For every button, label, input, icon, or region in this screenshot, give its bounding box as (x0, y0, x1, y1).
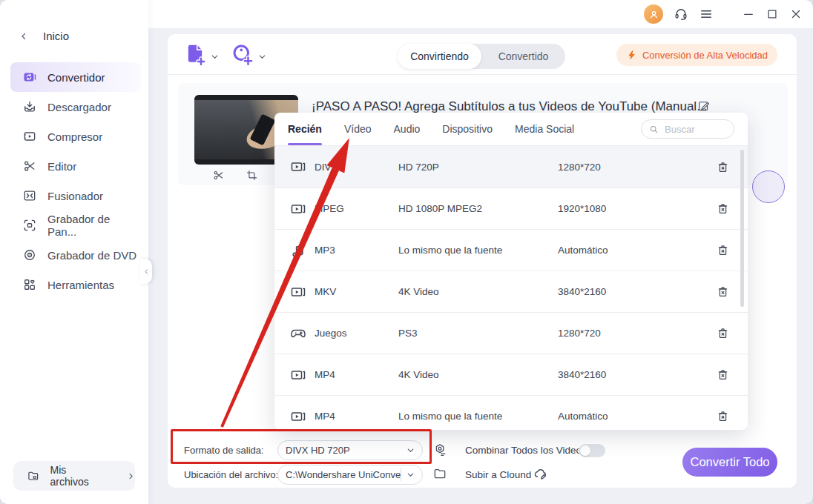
menu-icon[interactable] (699, 7, 714, 21)
sidebar-item[interactable]: Grabador de Pan... (10, 210, 141, 240)
merge-videos-label: Combinar Todos los Videos (465, 445, 587, 456)
minimize-button[interactable] (742, 7, 755, 21)
sidebar-item-icon (22, 277, 37, 292)
format-resolution: 1280*720 (558, 162, 716, 173)
support-headset-icon[interactable] (674, 7, 688, 21)
format-row[interactable]: MPEG HD 1080P MPEG2 1920*1080 (274, 188, 748, 229)
format-type-icon (289, 325, 307, 342)
sidebar-item-icon (22, 218, 37, 233)
sidebar: Inicio Convertidor Descargador Compresor… (0, 0, 148, 504)
format-popup-tab[interactable]: Media Social (515, 113, 574, 145)
popup-scrollbar[interactable] (740, 150, 744, 307)
delete-format-icon[interactable] (716, 326, 730, 340)
sidebar-item[interactable]: Editor (10, 151, 141, 181)
sidebar-nav: Convertidor Descargador Compresor Editor… (0, 62, 148, 299)
format-search-box[interactable] (641, 119, 734, 139)
sidebar-item[interactable]: Grabador de DVD (10, 240, 141, 270)
format-row[interactable]: DIVX HD 720P 1280*720 (274, 146, 748, 188)
sidebar-item[interactable]: Descargador (10, 92, 141, 122)
sidebar-collapse-handle[interactable] (140, 259, 152, 284)
format-resolution: 1920*1080 (558, 203, 716, 214)
app-window: Inicio Convertidor Descargador Compresor… (0, 0, 813, 504)
maximize-button[interactable] (766, 7, 779, 21)
high-speed-label: Conversión de Alta Velocidad (642, 50, 768, 61)
sidebar-item-label: Compresor (47, 130, 102, 143)
convert-file-button[interactable] (752, 170, 785, 203)
format-popup: Recién Vídeo Audio Dispositivo Media Soc… (274, 113, 748, 430)
format-popup-tab[interactable]: Dispositivo (442, 113, 493, 145)
edit-title-icon[interactable] (697, 99, 711, 113)
sidebar-item[interactable]: Fusionador (10, 181, 141, 210)
format-quality: Lo mismo que la fuente (398, 245, 558, 256)
format-name: Juegos (315, 328, 398, 339)
format-name: MKV (315, 286, 398, 297)
my-files-button[interactable]: Mis archivos (13, 461, 135, 491)
high-speed-badge[interactable]: Conversión de Alta Velocidad (616, 44, 777, 66)
sidebar-item[interactable]: Herramientas (10, 270, 141, 299)
file-location-dropdown[interactable]: C:\Wondershare UniConverter (277, 465, 423, 485)
video-title: ¡PASO A PASO! Agrega Subtítulos a tus Vi… (312, 99, 712, 114)
merge-settings-gear-icon[interactable] (432, 442, 447, 457)
sidebar-item-label: Grabador de Pan... (47, 213, 141, 238)
trim-scissors-icon[interactable] (212, 169, 225, 182)
delete-format-icon[interactable] (716, 368, 730, 382)
format-row[interactable]: Juegos PS3 1280*720 (274, 312, 748, 354)
format-quality: 4K Video (398, 286, 558, 297)
sidebar-item-label: Herramientas (47, 279, 114, 291)
format-quality: HD 1080P MPEG2 (398, 203, 558, 214)
home-label: Inicio (43, 30, 69, 42)
format-resolution: Automático (558, 411, 716, 422)
crop-icon[interactable] (246, 169, 258, 182)
person-icon (648, 9, 659, 20)
sidebar-item[interactable]: Convertidor (10, 62, 141, 92)
convert-status-tabs: Convirtiendo Convertido (398, 44, 565, 69)
format-search-input[interactable] (663, 123, 724, 136)
format-popup-tab[interactable]: Vídeo (344, 113, 372, 145)
delete-format-icon[interactable] (716, 285, 730, 299)
format-resolution: 3840*2160 (558, 286, 716, 297)
close-button[interactable] (789, 7, 803, 21)
format-name: MP4 (315, 369, 398, 380)
convert-all-button[interactable]: Convertir Todo (682, 448, 777, 477)
format-row[interactable]: MP4 4K Video 3840*2160 (274, 354, 748, 395)
delete-format-icon[interactable] (716, 243, 730, 257)
format-popup-tab[interactable]: Recién (288, 113, 322, 145)
format-row[interactable]: MKV 4K Video 3840*2160 (274, 271, 748, 312)
annotation-highlight-rect (171, 429, 432, 464)
toolbar-divider (168, 74, 797, 75)
add-record-caret-icon[interactable] (258, 53, 266, 61)
delete-format-icon[interactable] (716, 202, 730, 216)
convert-status-tab[interactable]: Convertido (481, 44, 565, 69)
format-popup-tab[interactable]: Audio (394, 113, 421, 145)
add-record-icon[interactable] (231, 43, 254, 65)
convert-status-tab[interactable]: Convirtiendo (398, 44, 481, 69)
sidebar-item-icon (22, 70, 37, 84)
format-row[interactable]: MP3 Lo mismo que la fuente Automático (274, 229, 748, 271)
open-folder-icon[interactable] (432, 466, 447, 481)
format-type-icon (289, 200, 307, 218)
format-type-icon (289, 408, 307, 425)
format-row[interactable]: MP4 Lo mismo que la fuente Automático (274, 395, 748, 430)
user-avatar[interactable] (644, 4, 663, 24)
sidebar-item-icon (22, 248, 37, 262)
sidebar-item-label: Editor (47, 160, 76, 173)
sidebar-item[interactable]: Compresor (10, 122, 141, 151)
upload-cloud-label: Subir a Clound (465, 469, 531, 480)
home-back-row[interactable]: Inicio (19, 30, 69, 42)
format-quality: 4K Video (398, 369, 558, 380)
delete-format-icon[interactable] (716, 409, 730, 423)
format-type-icon (289, 366, 307, 384)
sidebar-item-icon (22, 188, 37, 203)
add-file-caret-icon[interactable] (211, 53, 219, 61)
search-icon (649, 125, 659, 134)
sidebar-item-label: Grabador de DVD (47, 249, 136, 262)
format-name: MPEG (315, 203, 398, 214)
format-name: DIVX (315, 162, 398, 173)
cloud-upload-icon[interactable] (533, 465, 549, 482)
format-type-icon (289, 242, 307, 259)
format-type-icon (289, 283, 307, 301)
delete-format-icon[interactable] (716, 160, 730, 174)
add-file-icon[interactable] (185, 42, 206, 66)
merge-videos-toggle[interactable] (579, 444, 605, 457)
chevron-down-icon (406, 471, 415, 479)
